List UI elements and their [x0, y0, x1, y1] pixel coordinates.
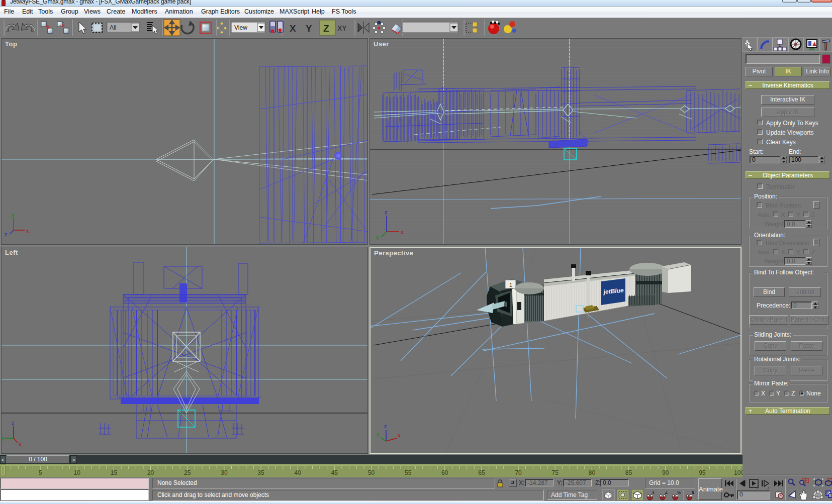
svg-text:Z: Z [323, 23, 329, 34]
svg-text:XY: XY [337, 24, 347, 32]
svg-text:z: z [12, 420, 15, 426]
svg-text:All: All [110, 24, 116, 31]
svg-text:View: View [234, 24, 247, 31]
svg-text:⇅: ⇅ [691, 490, 695, 495]
svg-text:y: y [2, 435, 5, 441]
svg-text:x: x [19, 441, 22, 447]
svg-text:x: x [26, 228, 29, 234]
svg-text:%: % [677, 490, 681, 495]
svg-text:x: x [401, 229, 404, 235]
svg-text:y: y [12, 212, 15, 218]
svg-text:z: z [384, 423, 387, 429]
svg-text:z: z [385, 209, 388, 215]
svg-text:Y: Y [306, 23, 312, 34]
svg-text:3: 3 [652, 490, 655, 495]
svg-text:z: z [5, 231, 8, 237]
svg-text:1: 1 [509, 282, 512, 288]
svg-text:y: y [376, 234, 379, 240]
svg-text:y: y [377, 431, 380, 437]
svg-text:x: x [398, 432, 401, 438]
svg-text:∠: ∠ [665, 490, 668, 495]
svg-text:X: X [290, 23, 296, 34]
